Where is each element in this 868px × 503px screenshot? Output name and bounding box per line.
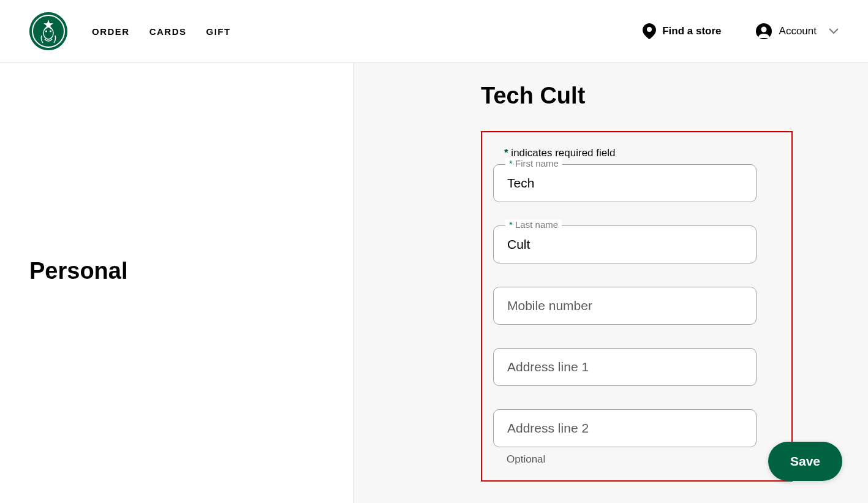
find-store-label: Find a store xyxy=(662,25,721,37)
last-name-label: * Last name xyxy=(505,219,562,230)
address2-field-wrap xyxy=(493,409,780,447)
account-menu[interactable]: Account xyxy=(756,23,839,39)
last-name-field-wrap: * Last name xyxy=(493,225,780,263)
nav-order[interactable]: ORDER xyxy=(92,26,130,37)
last-name-asterisk: * xyxy=(509,219,515,230)
first-name-label: * First name xyxy=(505,158,562,168)
nav: ORDER CARDS GIFT xyxy=(92,26,231,37)
main: Personal Tech Cult * indicates required … xyxy=(0,63,868,503)
first-name-asterisk: * xyxy=(509,158,515,168)
first-name-input[interactable] xyxy=(493,164,757,202)
svg-point-0 xyxy=(29,12,67,50)
last-name-input[interactable] xyxy=(493,225,757,263)
page-title: Tech Cult xyxy=(481,83,868,109)
starbucks-logo-icon xyxy=(29,12,67,50)
content: Tech Cult * indicates required field * F… xyxy=(353,63,868,503)
header-right: Find a store Account xyxy=(643,23,839,39)
chevron-down-icon xyxy=(829,28,839,34)
required-note-text: indicates required field xyxy=(508,147,616,159)
address2-input[interactable] xyxy=(493,409,757,447)
svg-point-4 xyxy=(50,31,51,32)
find-store-link[interactable]: Find a store xyxy=(643,23,721,39)
svg-point-3 xyxy=(45,31,47,32)
first-name-field-wrap: * First name xyxy=(493,164,780,202)
mobile-field-wrap xyxy=(493,287,780,325)
brand-logo[interactable] xyxy=(29,12,67,50)
required-note: * indicates required field xyxy=(504,147,780,159)
required-asterisk: * xyxy=(504,147,508,159)
save-button[interactable]: Save xyxy=(768,442,842,481)
mobile-input[interactable] xyxy=(493,287,757,325)
svg-point-7 xyxy=(761,27,766,32)
first-name-label-text: First name xyxy=(515,158,559,168)
svg-point-5 xyxy=(647,27,652,32)
nav-cards[interactable]: CARDS xyxy=(149,26,187,37)
address2-helper: Optional xyxy=(507,453,780,466)
sidebar-title: Personal xyxy=(29,258,323,284)
account-label: Account xyxy=(779,25,817,37)
last-name-label-text: Last name xyxy=(515,219,558,230)
header-left: ORDER CARDS GIFT xyxy=(29,12,231,50)
location-pin-icon xyxy=(643,23,656,39)
account-icon xyxy=(756,23,772,39)
address1-input[interactable] xyxy=(493,348,757,386)
nav-gift[interactable]: GIFT xyxy=(206,26,231,37)
sidebar: Personal xyxy=(0,63,353,503)
form-area-highlight: * indicates required field * First name … xyxy=(481,131,793,482)
address1-field-wrap xyxy=(493,348,780,386)
content-inner: Tech Cult * indicates required field * F… xyxy=(353,83,868,482)
header: ORDER CARDS GIFT Find a store Account xyxy=(0,0,868,63)
